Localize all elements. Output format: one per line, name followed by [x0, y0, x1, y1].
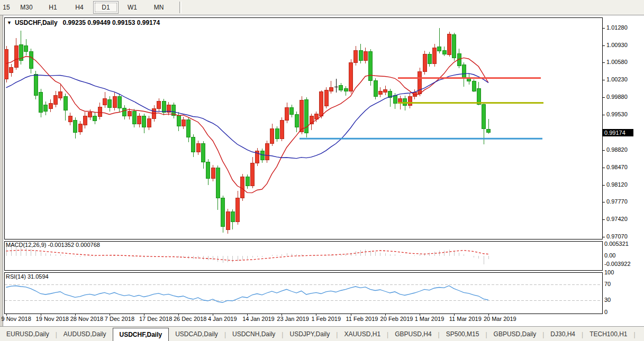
tab-gbpusd-daily[interactable]: GBPUSD,Daily — [487, 329, 543, 339]
tab-usdjpy-daily[interactable]: USDJPY,Daily — [283, 329, 336, 339]
tab-usdchf-daily[interactable]: USDCHF,Daily — [113, 328, 169, 341]
tab-tech100-h1[interactable]: TECH100,H1 — [583, 329, 633, 339]
timeframe-button-d1[interactable]: D1 — [93, 1, 119, 14]
tab-usdcnh-daily[interactable]: USDCNH,Daily — [226, 329, 282, 339]
timeframe-button-m30[interactable]: M30 — [14, 1, 39, 14]
timeframe-button-mn[interactable]: MN — [146, 1, 171, 14]
tab-uk[interactable]: UK — [636, 329, 642, 339]
tab-xauusd-h1[interactable]: XAUUSD,H1 — [338, 329, 387, 339]
tab-dj30-h4[interactable]: DJ30,H4 — [544, 329, 582, 339]
chart-window[interactable] — [3, 15, 644, 326]
timeframe-toolbar: 15M30H1H4D1W1MN — [0, 0, 644, 15]
timeframe-button-h4[interactable]: H4 — [67, 1, 92, 14]
timeframe-button-w1[interactable]: W1 — [120, 1, 145, 14]
tab-gbpusd-h4[interactable]: GBPUSD,H4 — [388, 329, 438, 339]
tab-audusd-daily[interactable]: AUDUSD,Daily — [57, 329, 113, 339]
tab-sp500-m15[interactable]: SP500,M15 — [440, 329, 486, 339]
trading-terminal: 15M30H1H4D1W1MN ▼USDCHF,Daily0.99235 0.9… — [0, 0, 644, 341]
chart-tab-bar: EURUSD,Daily|AUDUSD,DailyUSDCHF,DailyUSD… — [0, 326, 644, 341]
timeframe-button-15[interactable]: 15 — [0, 1, 13, 14]
tab-usdcad-daily[interactable]: USDCAD,Daily — [169, 329, 224, 339]
toolbar-separator — [179, 2, 182, 13]
timeframe-button-h1[interactable]: H1 — [40, 1, 66, 14]
tab-eurusd-daily[interactable]: EURUSD,Daily — [0, 329, 56, 339]
